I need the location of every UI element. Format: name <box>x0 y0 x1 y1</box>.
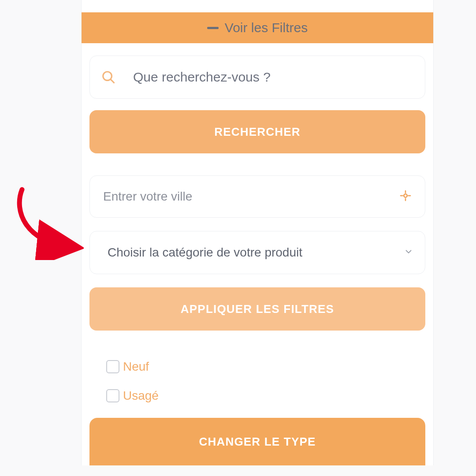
spacer <box>82 0 433 12</box>
change-type-label: CHANGER LE TYPE <box>199 435 316 449</box>
filters-header-title: Voir les Filtres <box>225 20 308 35</box>
condition-option-usage[interactable]: Usagé <box>106 389 412 403</box>
change-type-button[interactable]: CHANGER LE TYPE <box>89 418 425 465</box>
apply-filters-button[interactable]: APPLIQUER LES FILTRES <box>89 287 425 331</box>
filters-header[interactable]: Voir les Filtres <box>82 12 433 43</box>
collapse-icon <box>207 27 219 29</box>
city-field[interactable]: Entrer votre ville <box>89 175 425 218</box>
condition-group: Neuf Usagé <box>89 338 425 403</box>
checkbox-icon[interactable] <box>106 360 119 373</box>
locate-icon[interactable] <box>399 190 412 204</box>
checkbox-icon[interactable] <box>106 389 119 402</box>
search-input[interactable] <box>133 70 413 85</box>
category-placeholder: Choisir la catégorie de votre produit <box>108 245 404 260</box>
panel-body: RECHERCHER Entrer votre ville Choisir la… <box>82 43 433 465</box>
condition-option-neuf[interactable]: Neuf <box>106 360 412 374</box>
svg-point-2 <box>404 194 407 197</box>
search-field[interactable] <box>89 56 425 99</box>
annotation-arrow-icon <box>9 185 84 260</box>
search-button-label: RECHERCHER <box>214 125 300 139</box>
category-select[interactable]: Choisir la catégorie de votre produit <box>89 231 425 274</box>
filters-panel: Voir les Filtres RECHERCHER Entrer votre… <box>81 0 434 465</box>
chevron-down-icon <box>404 247 413 258</box>
svg-line-1 <box>111 79 114 82</box>
apply-filters-label: APPLIQUER LES FILTRES <box>181 302 334 316</box>
condition-label: Usagé <box>123 389 159 403</box>
search-button[interactable]: RECHERCHER <box>89 110 425 153</box>
search-icon <box>101 70 115 84</box>
condition-label: Neuf <box>123 360 149 374</box>
city-placeholder: Entrer votre ville <box>103 190 399 204</box>
